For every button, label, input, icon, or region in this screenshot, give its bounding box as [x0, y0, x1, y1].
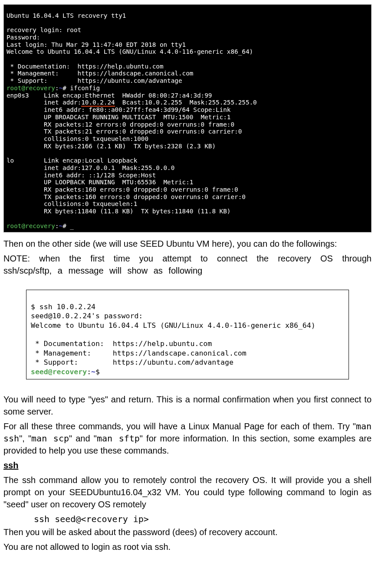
term-line: TX packets:160 errors:0 dropped:0 overru… — [7, 193, 246, 200]
prompt-colon: : — [55, 85, 59, 91]
para-password: Then you will be asked about the passwor… — [3, 526, 372, 538]
term-line: $ ssh 10.0.2.24 — [31, 303, 95, 311]
term-line: Welcome to Ubuntu 16.04.4 LTS (GNU/Linux… — [31, 321, 316, 330]
term-line: * Support: https://ubuntu.com/advantage — [31, 358, 234, 366]
prompt-user: root@recovery — [7, 222, 55, 229]
para-note: NOTE: when the first time you attempt to… — [3, 252, 372, 277]
term-line: collisions:0 txqueuelen:1 — [7, 200, 137, 207]
term-line: RX packets:160 errors:0 dropped:0 overru… — [7, 186, 238, 193]
term-line: * Support: https://ubuntu.com/advantage — [7, 77, 182, 84]
term-line: TX packets:21 errors:0 dropped:0 overrun… — [7, 128, 242, 135]
prompt-cmd: # ifconfig — [62, 85, 100, 91]
ssh-heading: ssh — [3, 459, 372, 471]
term-line: UP BROADCAST RUNNING MULTICAST MTU:1500 … — [7, 114, 230, 121]
body-para-1: Then on the other side (we will use SEED… — [0, 232, 375, 277]
term-line: collisions:0 txqueuelen:1000 — [7, 135, 148, 142]
prompt-path: ~ — [59, 222, 63, 229]
term-line: recovery login: root — [7, 26, 81, 33]
term-line: * Documentation: https://help.ubuntu.com — [31, 340, 212, 348]
para-then: Then on the other side (we will use SEED… — [3, 238, 372, 250]
term-line: Bcast:10.0.2.255 Mask:255.255.255.0 — [115, 99, 257, 106]
prompt-cmd: # _ — [62, 222, 74, 229]
term-line: Password: — [7, 34, 40, 41]
prompt-end: $ — [95, 368, 100, 376]
term-line: Link encap:Ethernet HWaddr 08:00:27:a4:3… — [44, 92, 212, 99]
term-line: RX bytes:11840 (11.8 KB) TX bytes:11840 … — [7, 208, 230, 215]
prompt-colon: : — [55, 222, 59, 229]
terminal-recovery: Ubuntu 16.04.4 LTS recovery tty1 recover… — [3, 4, 372, 232]
body-para-2: You will need to type "yes" and return. … — [0, 388, 375, 553]
term-line: * Management: https://landscape.canonica… — [31, 349, 247, 357]
para-no-root: You are not allowed to login as root via… — [3, 541, 372, 553]
term-line: inet6 addr: ::1/128 Scope:Host — [7, 172, 156, 179]
cmd-man-scp: man scp — [31, 433, 69, 444]
iface-name: enp0s3 — [7, 92, 44, 99]
ssh-command-example: ssh seed@<recovery ip> — [34, 513, 372, 525]
term-line: inet addr: — [7, 99, 81, 106]
iface-name: lo — [7, 157, 44, 164]
term-line: inet6 addr: fe80::a00:27ff:fea4:3d99/64 … — [7, 106, 230, 113]
prompt-user: seed@recovery — [31, 368, 87, 376]
prompt-path: ~ — [59, 85, 63, 91]
term-line: Last login: Thu Mar 29 11:47:40 EDT 2018… — [7, 41, 186, 48]
para-yes: You will need to type "yes" and return. … — [3, 393, 372, 418]
term-line: RX packets:12 errors:0 dropped:0 overrun… — [7, 121, 234, 128]
prompt-user: root@recovery — [7, 85, 55, 91]
term-line: inet addr:127.0.0.1 Mask:255.0.0.0 — [7, 164, 174, 171]
prompt-colon: : — [87, 368, 91, 376]
prompt-path: ~ — [91, 368, 95, 376]
term-line: Welcome to Ubuntu 16.04.4 LTS (GNU/Linux… — [7, 48, 253, 55]
term-line: Ubuntu 16.04.4 LTS recovery tty1 — [7, 12, 126, 19]
term-line: * Management: https://landscape.canonica… — [7, 70, 193, 77]
highlighted-ip: 10.0.2.24 — [81, 99, 115, 107]
cmd-man-sftp: man sftp — [97, 433, 140, 444]
terminal-seed-ssh: $ ssh 10.0.2.24 seed@10.0.2.24's passwor… — [26, 290, 349, 379]
term-line: UP LOOPBACK RUNNING MTU:65536 Metric:1 — [7, 179, 193, 186]
para-ssh-desc: The ssh command allow you to remotely co… — [3, 474, 372, 510]
term-line: * Documentation: https://help.ubuntu.com — [7, 63, 164, 70]
para-man: For all these three commands, you will h… — [3, 420, 372, 457]
term-line: Link encap:Local Loopback — [44, 157, 137, 164]
term-line: seed@10.0.2.24's password: — [31, 312, 143, 320]
term-line: RX bytes:2166 (2.1 KB) TX bytes:2328 (2.… — [7, 143, 216, 150]
